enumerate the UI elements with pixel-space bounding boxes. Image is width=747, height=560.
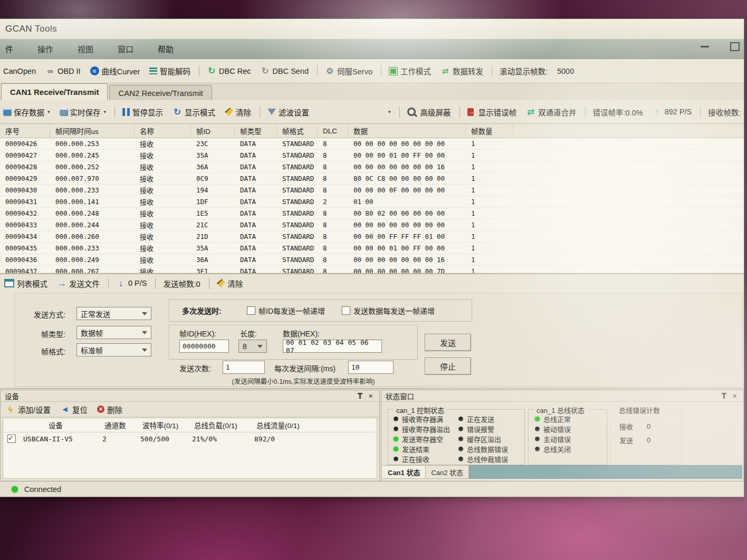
toolbar-button[interactable]: 高级屏蔽 — [399, 107, 451, 118]
cell-seq: 00090426 — [0, 140, 50, 148]
cell-interval: 000.000.260 — [50, 233, 135, 240]
resize-grip[interactable] — [734, 470, 742, 478]
data-increment-checkbox[interactable] — [342, 306, 350, 315]
cell-frame-count: 1 — [466, 151, 513, 159]
status-tab[interactable]: Can1 状态 — [382, 465, 426, 479]
column-header[interactable]: 数据 — [348, 124, 466, 138]
frame-type-select[interactable]: 数据帧 — [76, 326, 151, 339]
column-header[interactable]: 帧格式 — [277, 124, 318, 138]
toolbar-button[interactable]: 工作模式 — [381, 65, 431, 76]
send-count-input[interactable]: 1 — [223, 361, 265, 374]
table-row[interactable]: 00090431 000.000.141 接收 1DF DATA STANDAR… — [0, 196, 744, 208]
toolbar-button[interactable]: 伺服Servo — [317, 65, 372, 76]
pin-icon[interactable] — [723, 393, 725, 399]
channel-tab[interactable]: CAN2 Receive/Transmit — [109, 85, 212, 100]
column-header[interactable]: 帧ID — [191, 124, 235, 138]
cell-dlc: 8 — [318, 244, 348, 252]
dbc-rec-icon — [207, 66, 216, 75]
toolbar-button[interactable]: 保存数据 — [3, 107, 50, 118]
column-header[interactable]: 帧类型 — [235, 124, 277, 138]
length-select[interactable]: 8 — [238, 340, 267, 353]
table-row[interactable]: 00090432 000.000.248 接收 1E5 DATA STANDAR… — [0, 208, 744, 219]
data-increment-option[interactable]: 发送数据每发送一帧递增 — [342, 305, 435, 316]
toolbar-button[interactable]: 0 P/S — [108, 279, 147, 288]
toolbar-button[interactable]: 复位 — [60, 404, 88, 415]
data-hex-input[interactable]: 00 01 02 03 04 05 06 07 — [283, 340, 382, 353]
toolbar-button[interactable]: 列表模式 — [4, 278, 47, 289]
toolbar-button[interactable]: 数据转发 — [440, 65, 483, 76]
frame-format-select[interactable]: 标准帧 — [76, 343, 151, 356]
table-row[interactable]: 00090434 000.000.260 接收 21D DATA STANDAR… — [0, 231, 744, 243]
id-increment-option[interactable]: 帧ID每发送一帧递增 — [247, 305, 325, 316]
cell-frame-id: 1E5 — [191, 209, 235, 217]
send-button[interactable]: 发送 — [425, 334, 471, 351]
channel-tab[interactable]: CAN1 Receive/Transmit — [1, 83, 108, 100]
status-tab[interactable]: Can2 状态 — [426, 465, 469, 479]
table-row[interactable]: 00090429 000.007.970 接收 0C9 DATA STANDAR… — [0, 173, 744, 185]
toolbar-button[interactable]: 智能解码 — [149, 65, 190, 76]
toolbar-button[interactable]: CanOpen — [3, 67, 36, 75]
column-header[interactable]: 帧数量 — [466, 124, 513, 138]
toolbar-button[interactable]: OBD II — [45, 66, 81, 75]
close-icon[interactable]: × — [368, 392, 373, 400]
toolbar-button[interactable]: 曲线Curver — [90, 65, 140, 76]
toolbar-button[interactable]: 发送帧数:0 — [155, 278, 200, 289]
menu-item[interactable]: 视图 — [74, 42, 97, 55]
table-row[interactable]: 00090436 000.000.249 接收 36A DATA STANDAR… — [0, 254, 744, 266]
toolbar-button[interactable]: 接收帧数: — [700, 107, 741, 118]
toolbar-button[interactable]: 清除 — [209, 278, 243, 289]
toolbar-button[interactable]: 清除 — [225, 107, 251, 118]
cell-dlc: 8 — [318, 233, 348, 240]
table-row[interactable]: 00090430 000.000.233 接收 194 DATA STANDAR… — [0, 185, 744, 196]
menu-item[interactable]: 件 — [2, 42, 16, 55]
toolbar-button[interactable]: 显示模式 — [173, 107, 215, 118]
toolbar-button[interactable]: 删除 — [97, 404, 122, 415]
toolbar-button[interactable]: 双通道合并 — [526, 107, 577, 118]
toolbar-button[interactable]: 显示错误帧 — [459, 107, 517, 118]
cell-frame-count: 1 — [466, 209, 513, 217]
send-interval-label: 每次发送间隔:(ms) — [274, 363, 336, 373]
send-mode-label: 发送方式: — [34, 309, 65, 320]
send-mode-select[interactable]: 正常发送 — [76, 307, 151, 320]
cell-frame-type: DATA — [235, 198, 277, 206]
toolbar-button[interactable]: 892 P/S — [653, 108, 692, 117]
toolbar-button[interactable]: 暂停显示 — [114, 107, 163, 118]
bus-error-count-group: 总线错误计数 接收 0 发送 0 — [610, 409, 682, 465]
column-header[interactable]: 帧间隔时间us — [50, 124, 135, 138]
column-header[interactable]: 名称 — [135, 124, 191, 138]
device-row[interactable]: USBCAN-II-V5 2 500/500 21%/0% 892/0 — [3, 432, 377, 445]
table-row[interactable]: 00090427 000.000.245 接收 35A DATA STANDAR… — [0, 150, 744, 161]
send-interval-input[interactable]: 10 — [348, 361, 394, 374]
status-indicator: 接收寄存器溢出 — [394, 424, 450, 434]
toolbar-button[interactable]: DBC Send — [261, 66, 309, 75]
table-row[interactable]: 00090428 000.000.252 接收 36A DATA STANDAR… — [0, 161, 744, 173]
cell-frame-id: 21D — [191, 233, 235, 240]
cell-dlc: 8 — [318, 186, 348, 194]
menu-item[interactable]: 窗口 — [114, 42, 137, 55]
table-row[interactable]: 00090426 000.000.253 接收 23C DATA STANDAR… — [0, 138, 744, 150]
table-row[interactable]: 00090433 000.000.244 接收 21C DATA STANDAR… — [0, 219, 744, 231]
toolbar-button[interactable]: 错误帧率:0.0% — [585, 107, 643, 118]
menu-item[interactable]: 操作 — [34, 42, 56, 55]
table-row[interactable]: 00090435 000.000.233 接收 35A DATA STANDAR… — [0, 243, 744, 254]
toolbar-button[interactable]: DBC Rec — [199, 66, 251, 75]
frame-id-input[interactable]: 00000000 — [179, 340, 229, 353]
column-header[interactable]: 序号 — [0, 124, 50, 138]
minimize-icon[interactable] — [701, 46, 709, 47]
multi-send-label: 多次发送时: — [182, 305, 222, 316]
menu-item[interactable]: 帮助 — [155, 42, 177, 55]
id-increment-checkbox[interactable] — [247, 306, 255, 315]
data-hex-label: 数据(HEX): — [283, 328, 320, 339]
maximize-icon[interactable] — [730, 42, 740, 51]
toolbar-button[interactable]: 发送文件 — [57, 278, 100, 289]
scroll-frames-value[interactable]: 5000 — [557, 67, 574, 75]
column-header[interactable]: DLC — [318, 124, 348, 138]
close-icon[interactable]: × — [732, 392, 737, 400]
stop-button[interactable]: 停止 — [425, 358, 471, 375]
toolbar-button[interactable]: 添加/设置 — [6, 404, 51, 415]
pin-icon[interactable] — [359, 393, 361, 399]
toolbar-button[interactable]: 滤波设置 — [260, 107, 391, 118]
cell-name: 接收 — [135, 255, 191, 265]
device-enabled-checkbox[interactable] — [7, 435, 16, 443]
toolbar-button[interactable]: 实时保存 — [60, 107, 107, 118]
